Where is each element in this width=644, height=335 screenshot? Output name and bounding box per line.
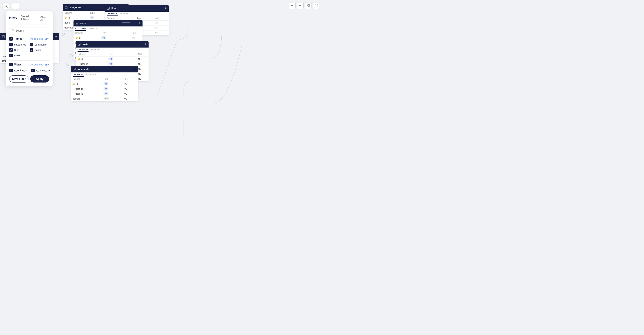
top-bar-right — [289, 2, 320, 9]
likes-tab-columns[interactable]: COLUMNS — [107, 13, 118, 16]
tab-filters[interactable]: Filters — [9, 16, 17, 21]
categories-title: categories — [69, 6, 81, 9]
posts-expand[interactable]: + — [144, 42, 146, 46]
checkbox-users[interactable]: users — [9, 54, 49, 57]
svg-rect-24 — [76, 22, 78, 24]
svg-point-17 — [66, 63, 69, 66]
checkbox-posts[interactable]: posts — [30, 48, 49, 52]
v-users-cb[interactable] — [31, 69, 35, 72]
svg-rect-8 — [307, 4, 308, 6]
svg-rect-30 — [73, 68, 76, 70]
comments-tab-columns[interactable]: COLUMNS — [72, 73, 84, 77]
tables-checkbox[interactable] — [9, 37, 13, 41]
tables-checkbox-grid: categories comments likes posts users — [9, 43, 49, 57]
tables-section-header: Tables All selected (5) — [9, 37, 49, 41]
checkbox-categories[interactable]: categories — [9, 43, 28, 47]
posts-title: posts — [82, 43, 88, 46]
table-row: 🔑 id int NO — [71, 81, 138, 86]
action-buttons: Save Filter Apply — [9, 75, 49, 83]
search-input[interactable] — [16, 29, 46, 32]
search-icon — [12, 29, 14, 32]
views-checkbox[interactable] — [9, 63, 13, 66]
posts-cb[interactable] — [30, 48, 34, 52]
posts-tabs: COLUMNS INDEXES — [76, 48, 148, 52]
views-count[interactable]: All selected (2) — [30, 63, 49, 66]
apply-button[interactable]: Apply — [30, 75, 49, 83]
expand-button[interactable] — [313, 2, 320, 9]
table-row: → user_id int NO — [71, 91, 138, 96]
posts-header: posts + — [76, 41, 148, 48]
svg-rect-10 — [307, 6, 308, 7]
svg-point-16 — [70, 54, 72, 57]
partial-expand[interactable]: + — [55, 35, 57, 38]
fit-screen-button[interactable] — [305, 2, 312, 9]
comments-expand[interactable]: + — [134, 67, 136, 71]
tab-saved-filters[interactable]: Saved Filters — [21, 15, 37, 23]
checkbox-likes[interactable]: likes — [9, 48, 28, 52]
filter-tabs: Filters Saved Filters Clear All — [9, 15, 49, 25]
svg-rect-27 — [78, 43, 80, 45]
views-checkbox-grid: v_active_us... v_users_cle... — [9, 69, 49, 72]
search-button[interactable] — [2, 2, 10, 10]
posts-tab-indexes[interactable]: INDEXES — [91, 49, 101, 52]
views-section-header: Views All selected (2) — [9, 63, 49, 66]
likes-title: likes — [111, 7, 116, 10]
comments-body: Column Type Null 🔑 id int NO → post_id i… — [71, 77, 138, 101]
views-label: Views — [14, 63, 22, 66]
svg-rect-11 — [308, 6, 310, 7]
comments-tab-indexes[interactable]: INDEXES — [86, 73, 96, 77]
likes-tabs: COLUMNS INDEXES — [105, 12, 169, 16]
users-expand[interactable]: + — [138, 21, 140, 25]
filter-panel: Filters Saved Filters Clear All Tables A… — [6, 11, 53, 86]
comments-tabs: COLUMNS INDEXES — [71, 72, 138, 77]
checkbox-v-users[interactable]: v_users_cle... — [31, 69, 52, 72]
svg-point-15 — [62, 33, 65, 36]
clear-all-button[interactable]: Clear All — [40, 16, 49, 21]
categories-cb[interactable] — [9, 43, 13, 47]
table-row: 🔑 id int NO — [76, 57, 148, 62]
users-title: users — [80, 22, 86, 25]
comments-header: comments + — [71, 66, 138, 72]
save-filter-button[interactable]: Save Filter — [9, 75, 28, 83]
checkbox-v-active[interactable]: v_active_us... — [9, 69, 30, 72]
tables-label: Tables — [14, 37, 22, 40]
users-cb[interactable] — [9, 54, 13, 57]
table-row: content text NO — [71, 96, 138, 101]
users-tab-indexes[interactable]: INDEXES — [89, 27, 98, 31]
search-box — [9, 28, 49, 34]
users-header: users + — [74, 20, 142, 27]
likes-cb[interactable] — [9, 48, 13, 52]
filter-button[interactable] — [12, 2, 19, 10]
comments-title: comments — [77, 68, 89, 70]
zoom-out-button[interactable] — [297, 2, 304, 9]
tables-count[interactable]: All selected (5) — [30, 38, 49, 40]
svg-rect-21 — [107, 7, 110, 10]
svg-line-1 — [7, 7, 8, 8]
zoom-in-button[interactable] — [289, 2, 296, 9]
section-divider — [9, 60, 49, 61]
v-active-cb[interactable] — [9, 69, 13, 72]
checkbox-comments[interactable]: comments — [30, 43, 49, 47]
likes-tab-indexes[interactable]: INDEXES — [120, 13, 130, 16]
table-row: → post_id int NO — [71, 86, 138, 91]
svg-point-12 — [12, 29, 14, 31]
table-comments: comments + COLUMNS INDEXES Column Type N… — [71, 66, 138, 101]
likes-expand[interactable]: + — [165, 7, 166, 10]
posts-tab-columns[interactable]: COLUMNS — [78, 49, 88, 52]
likes-header: likes + — [105, 5, 169, 12]
svg-rect-9 — [308, 4, 310, 6]
users-tabs: COLUMNS INDEXES — [74, 27, 142, 31]
svg-rect-33 — [2, 36, 5, 38]
comments-cb[interactable] — [30, 43, 34, 47]
svg-line-13 — [14, 31, 14, 32]
top-bar-left — [2, 2, 19, 10]
users-tab-columns[interactable]: COLUMNS — [75, 27, 86, 31]
svg-rect-18 — [65, 6, 68, 9]
table-row: 🔑 id int NO — [74, 36, 142, 40]
